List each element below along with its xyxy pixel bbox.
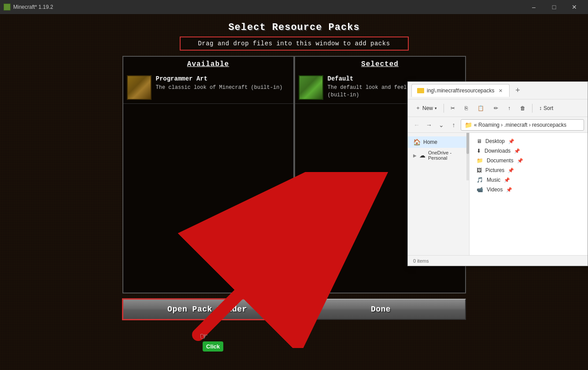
maximize-button[interactable]: □ (544, 0, 564, 14)
fe-desktop-pin: 📌 (508, 139, 514, 144)
file-explorer-window: ing\.minecraft\resourcepacks ✕ + ＋ New ▾… (407, 81, 588, 266)
available-panel: Available Programmer Art The classic loo… (122, 56, 294, 293)
programmer-art-desc: The classic look of Minecraft (built-in) (156, 84, 290, 92)
title-bar: Minecraft* 1.19.2 – □ ✕ (0, 0, 588, 14)
fe-home-icon: 🏠 (413, 139, 421, 146)
fe-status-text: 0 items (413, 258, 429, 264)
fe-new-label: New (422, 105, 433, 111)
fe-videos-icon: 📹 (477, 187, 483, 193)
fe-downloads-label: Downloads (484, 148, 510, 154)
fe-sidebar-scrollbar[interactable] (466, 133, 469, 180)
fe-delete-icon: 🗑 (520, 105, 525, 111)
file-explorer-titlebar: ing\.minecraft\resourcepacks ✕ + (408, 82, 588, 99)
fe-sidebar-scrollbar-thumb (466, 133, 469, 154)
selected-header: Selected (295, 57, 465, 72)
minimize-button[interactable]: – (524, 0, 544, 14)
fe-documents-icon: 📁 (477, 158, 483, 164)
fe-rename-icon: ✏ (494, 105, 498, 111)
default-pack-icon (299, 75, 323, 100)
app-icon (4, 4, 11, 11)
programmer-art-pack[interactable]: Programmer Art The classic look of Minec… (123, 72, 293, 104)
fe-music-icon: 🎵 (477, 177, 483, 183)
fe-new-button[interactable]: ＋ New ▾ (411, 102, 441, 115)
open-pack-folder-button[interactable]: Open Pack Folder (122, 299, 292, 320)
fe-folder-icon (417, 88, 424, 93)
fe-toolbar-sep1 (444, 104, 444, 113)
fe-item-music[interactable]: 🎵 Music 📌 (473, 175, 584, 185)
fe-folder-icon-addr: 📁 (465, 121, 472, 128)
fe-up-button[interactable]: ⌄ (436, 120, 447, 130)
fe-copy-icon: ⎘ (465, 105, 468, 111)
fe-parent-button[interactable]: ↑ (448, 120, 459, 130)
programmer-art-icon (127, 75, 152, 100)
fe-downloads-icon: ⬇ (477, 148, 481, 154)
fe-back-button[interactable]: ← (411, 120, 422, 130)
fe-pictures-pin: 📌 (508, 168, 514, 173)
click-badge: Click (203, 341, 223, 352)
fe-forward-button[interactable]: → (424, 120, 434, 130)
fe-home-label: Home (423, 139, 437, 145)
programmer-art-info: Programmer Art The classic look of Minec… (156, 75, 290, 92)
fe-cut-button[interactable]: ✂ (447, 102, 459, 115)
fe-sidebar: 🏠 Home ▶ ☁ OneDrive - Personal (408, 133, 470, 255)
fe-new-tab-button[interactable]: + (511, 84, 524, 97)
fe-item-videos[interactable]: 📹 Videos 📌 (473, 185, 584, 194)
programmer-art-name: Programmer Art (156, 75, 290, 82)
fe-share-button[interactable]: ↑ (504, 102, 514, 115)
fe-videos-pin: 📌 (506, 187, 512, 193)
fe-share-icon: ↑ (508, 105, 510, 111)
fe-sort-icon: ↕ (539, 105, 542, 111)
fe-new-arrow: ▾ (435, 106, 437, 110)
fe-sidebar-onedrive[interactable]: ▶ ☁ OneDrive - Personal (408, 148, 469, 163)
fe-address-bar[interactable]: 📁 « Roaming › .minecraft › resourcepacks (461, 119, 584, 131)
fe-toolbar-sep2 (532, 104, 533, 113)
fe-tab[interactable]: ing\.minecraft\resourcepacks ✕ (411, 84, 510, 97)
app-title: Minecraft* 1.19.2 (13, 4, 524, 10)
fe-sidebar-home[interactable]: 🏠 Home (408, 136, 469, 148)
fe-toolbar: ＋ New ▾ ✂ ⎘ 📋 ✏ ↑ 🗑 ↕ Sort (408, 99, 588, 117)
fe-documents-pin: 📌 (517, 158, 523, 164)
fe-videos-label: Videos (487, 187, 503, 193)
drag-drop-banner: Drag and drop files into this window to … (180, 37, 409, 51)
fe-music-pin: 📌 (504, 177, 510, 183)
fe-desktop-icon: 🖥 (477, 138, 482, 144)
fe-content: 🏠 Home ▶ ☁ OneDrive - Personal 🖥 Desktop… (408, 133, 588, 255)
buttons-row: Open Pack Folder Done (122, 299, 466, 320)
available-header: Available (123, 57, 293, 72)
fe-pictures-icon: 🖼 (477, 167, 482, 173)
fe-onedrive-label: OneDrive - Personal (428, 150, 464, 161)
close-button[interactable]: ✕ (564, 0, 584, 14)
fe-onedrive-arrow: ▶ (413, 153, 417, 158)
fe-music-label: Music (487, 177, 500, 183)
fe-cut-icon: ✂ (451, 105, 455, 111)
fe-address-text: « Roaming › .minecraft › resourcepacks (474, 122, 566, 128)
fe-item-documents[interactable]: 📁 Documents 📌 (473, 156, 584, 165)
fe-downloads-pin: 📌 (514, 148, 520, 154)
fe-pictures-label: Pictures (485, 167, 504, 173)
fe-addressbar: ← → ⌄ ↑ 📁 « Roaming › .minecraft › resou… (408, 117, 588, 133)
fe-statusbar: 0 items (408, 255, 588, 266)
screen-title: Select Resource Packs (0, 14, 588, 37)
done-button[interactable]: Done (296, 299, 466, 320)
fe-rename-button[interactable]: ✏ (490, 102, 502, 115)
fe-item-desktop[interactable]: 🖥 Desktop 📌 (473, 136, 584, 146)
fe-sort-label: Sort (544, 105, 553, 111)
fe-new-icon: ＋ (415, 104, 421, 112)
fe-item-pictures[interactable]: 🖼 Pictures 📌 (473, 165, 584, 175)
fe-item-downloads[interactable]: ⬇ Downloads 📌 (473, 146, 584, 156)
fe-delete-button[interactable]: 🗑 (516, 102, 529, 115)
fe-documents-label: Documents (487, 158, 514, 164)
fe-onedrive-icon: ☁ (419, 152, 425, 159)
fe-main-area: 🖥 Desktop 📌 ⬇ Downloads 📌 📁 Documents 📌 … (470, 133, 588, 255)
fe-sort-button[interactable]: ↕ Sort (535, 102, 557, 115)
window-controls: – □ ✕ (524, 0, 584, 14)
fe-desktop-label: Desktop (485, 138, 505, 144)
fe-paste-icon: 📋 (477, 105, 484, 111)
fe-copy-button[interactable]: ⎘ (461, 102, 472, 115)
fe-tab-close[interactable]: ✕ (497, 87, 504, 94)
fe-tab-label: ing\.minecraft\resourcepacks (427, 88, 494, 94)
fe-paste-button[interactable]: 📋 (473, 102, 488, 115)
